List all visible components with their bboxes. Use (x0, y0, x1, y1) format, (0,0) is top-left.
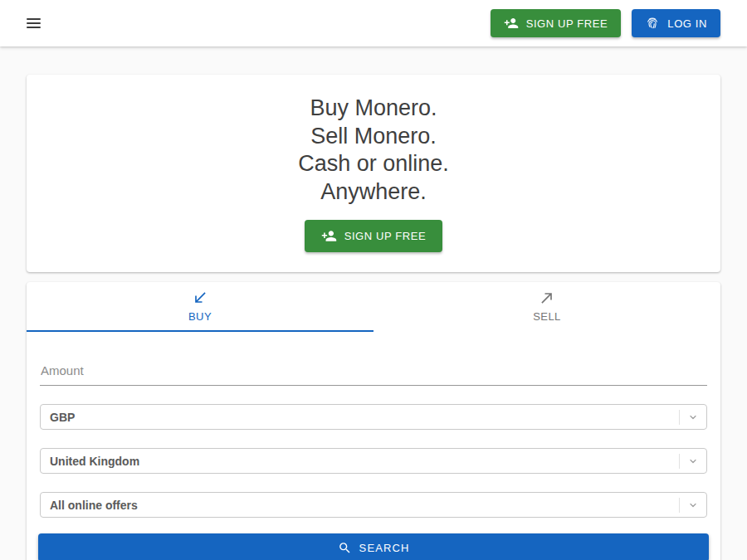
search-button-label: SEARCH (359, 542, 410, 554)
search-icon (338, 541, 352, 555)
app-bar-actions: SIGN UP FREE LOG IN (491, 9, 720, 37)
trade-tabs: BUY SELL (27, 282, 720, 330)
hero-heading-line: Sell Monero. (298, 123, 449, 151)
tab-buy[interactable]: BUY (27, 282, 374, 330)
search-button-row: SEARCH (27, 518, 720, 560)
active-tab-indicator (27, 330, 374, 332)
offer-type-select[interactable]: All online offers (40, 492, 707, 518)
tab-sell[interactable]: SELL (374, 282, 720, 330)
arrow-up-right-icon (539, 290, 555, 306)
hero-heading-line: Cash or online. (298, 150, 449, 178)
hero-heading-line: Anywhere. (298, 178, 449, 207)
offer-type-select-value: All online offers (50, 499, 138, 512)
person-add-icon (504, 16, 519, 31)
main-content: Buy Monero. Sell Monero. Cash or online.… (0, 75, 747, 560)
chevron-down-icon (680, 412, 706, 422)
signup-button[interactable]: SIGN UP FREE (491, 9, 622, 37)
country-select-value: United Kingdom (50, 455, 139, 468)
hero-heading: Buy Monero. Sell Monero. Cash or online.… (298, 95, 449, 206)
country-select[interactable]: United Kingdom (40, 448, 707, 474)
person-add-icon (321, 228, 337, 244)
currency-select[interactable]: GBP (40, 404, 707, 430)
chevron-down-icon (680, 456, 706, 466)
trade-card: BUY SELL GBP United Kingdom (27, 282, 720, 560)
tab-buy-label: BUY (188, 310, 212, 323)
hamburger-menu-icon[interactable] (27, 18, 41, 28)
login-button-label: LOG IN (667, 17, 707, 30)
amount-input[interactable] (40, 360, 707, 386)
hero-card: Buy Monero. Sell Monero. Cash or online.… (27, 75, 720, 272)
currency-select-value: GBP (50, 411, 75, 424)
login-button[interactable]: LOG IN (632, 9, 720, 37)
hero-signup-button-label: SIGN UP FREE (344, 230, 427, 242)
chevron-down-icon (680, 500, 706, 510)
hero-heading-line: Buy Monero. (298, 95, 449, 123)
hero-signup-button[interactable]: SIGN UP FREE (305, 220, 443, 252)
app-bar: SIGN UP FREE LOG IN (0, 0, 747, 46)
tab-sell-label: SELL (533, 310, 560, 323)
search-button[interactable]: SEARCH (38, 533, 709, 560)
signup-button-label: SIGN UP FREE (526, 17, 608, 30)
trade-form: GBP United Kingdom All online offers (27, 360, 720, 518)
arrow-down-left-icon (192, 290, 208, 306)
fingerprint-icon (645, 16, 660, 31)
